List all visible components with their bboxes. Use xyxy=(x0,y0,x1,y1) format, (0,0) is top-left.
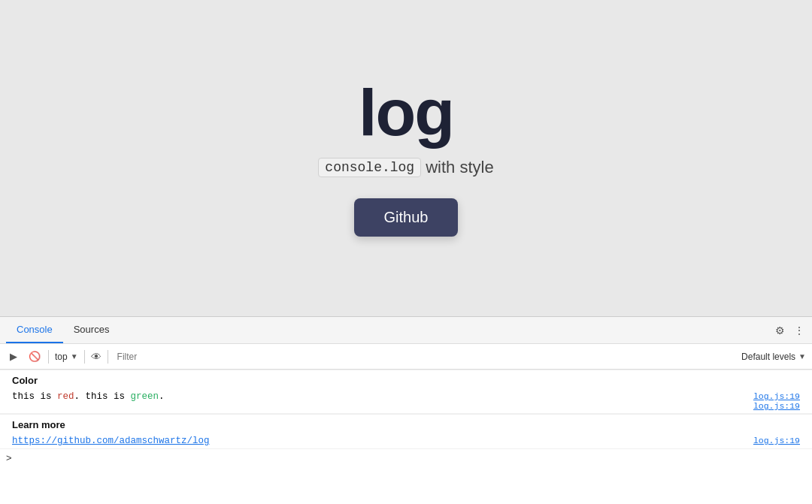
console-row-link: https://github.com/adamschwartz/log log.… xyxy=(0,433,812,449)
eye-icon[interactable]: 👁 xyxy=(91,351,102,363)
levels-dropdown-arrow: ▼ xyxy=(798,352,806,361)
subtitle: console.log with style xyxy=(318,158,493,177)
main-content: log console.log with style Github xyxy=(0,0,812,316)
devtools-panel: Console Sources ⚙ ⋮ ▶ 🚫 top ▼ 👁 Default … xyxy=(0,316,812,504)
filter-input[interactable] xyxy=(114,350,735,364)
context-dropdown-arrow: ▼ xyxy=(71,352,78,361)
toolbar-divider-2 xyxy=(84,350,85,364)
console-source-1[interactable]: log.js:19 xyxy=(753,391,800,401)
console-link-text: https://github.com/adamschwartz/log xyxy=(12,436,747,446)
toolbar-divider xyxy=(48,350,49,364)
devtools-tab-icons: ⚙ ⋮ xyxy=(773,324,806,337)
context-selector[interactable]: top ▼ xyxy=(55,352,78,362)
gear-icon[interactable]: ⚙ xyxy=(773,324,786,337)
console-output[interactable]: Color this is red. this is green. log.js… xyxy=(0,370,812,504)
more-icon[interactable]: ⋮ xyxy=(792,324,806,337)
text-part-2: . this is xyxy=(74,391,131,402)
console-chevron[interactable]: > xyxy=(0,449,812,466)
section-header-color: Color xyxy=(0,370,812,389)
github-link[interactable]: https://github.com/adamschwartz/log xyxy=(12,436,210,446)
subtitle-text: with style xyxy=(426,158,493,177)
subtitle-code: console.log xyxy=(318,158,421,177)
console-row: this is red. this is green. log.js:19 lo… xyxy=(0,389,812,414)
console-toolbar: ▶ 🚫 top ▼ 👁 Default levels ▼ xyxy=(0,344,812,370)
toolbar-divider-3 xyxy=(108,350,108,364)
chevron-icon: > xyxy=(6,452,12,463)
tab-sources[interactable]: Sources xyxy=(63,317,120,343)
console-text: this is red. this is green. xyxy=(12,391,747,402)
github-button[interactable]: Github xyxy=(354,198,459,237)
tab-console[interactable]: Console xyxy=(6,317,63,343)
text-part-3: . xyxy=(159,391,165,402)
console-source-3[interactable]: log.js:19 xyxy=(753,436,800,445)
text-part-green: green xyxy=(131,391,159,402)
text-part-1: this is xyxy=(12,391,57,402)
page-title: log xyxy=(359,80,453,146)
devtools-tabbar: Console Sources ⚙ ⋮ xyxy=(0,317,812,344)
section-header-learn-more: Learn more xyxy=(0,414,812,433)
toggle-drawer-button[interactable]: ▶ xyxy=(6,349,21,364)
levels-selector[interactable]: Default levels ▼ xyxy=(741,352,806,362)
text-part-red: red xyxy=(57,391,74,402)
context-text: top xyxy=(55,352,68,362)
console-source-2[interactable]: log.js:19 xyxy=(753,401,800,411)
clear-console-button[interactable]: 🚫 xyxy=(27,349,42,364)
